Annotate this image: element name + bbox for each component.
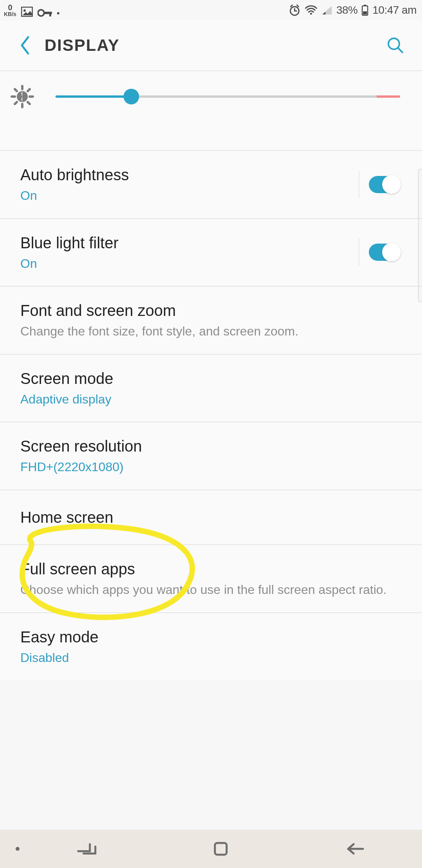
row-sub: Disabled (20, 650, 400, 666)
signal-icon (322, 5, 333, 15)
auto-brightness-toggle[interactable] (369, 176, 400, 193)
nav-home-button[interactable] (154, 841, 288, 857)
picture-icon (21, 7, 33, 17)
row-screen-mode[interactable]: Screen mode Adaptive display (0, 354, 422, 422)
back-button[interactable] (7, 20, 42, 70)
nav-back-button[interactable] (288, 842, 422, 856)
toggle-separator (359, 239, 359, 266)
row-title: Screen mode (20, 369, 400, 388)
row-title: Full screen apps (20, 559, 400, 579)
slider-fill (55, 95, 131, 98)
svg-rect-9 (363, 11, 367, 14)
status-dot-icon (57, 12, 59, 14)
search-button[interactable] (384, 34, 407, 57)
recents-icon (77, 842, 97, 856)
spacer (0, 122, 422, 150)
svg-rect-4 (49, 12, 51, 16)
network-speed: 0 KB/s (4, 4, 16, 17)
row-title: Font and screen zoom (20, 301, 400, 320)
brightness-slider[interactable] (55, 89, 400, 104)
svg-point-2 (38, 10, 44, 16)
slider-thumb[interactable] (123, 89, 139, 104)
row-screen-resolution[interactable]: Screen resolution FHD+(868x422) (0, 421, 422, 490)
row-sub: Adaptive display (20, 391, 400, 408)
blue-light-toggle[interactable] (369, 244, 400, 261)
row-title: Screen resolution (20, 436, 400, 456)
scrollbar[interactable] (418, 169, 422, 302)
status-bar: 0 KB/s 38% 10:47 am (0, 0, 422, 20)
row-font-zoom[interactable]: Font and screen zoom Change the font siz… (0, 286, 422, 354)
alarm-icon (289, 4, 300, 16)
toggle-knob (382, 175, 401, 194)
clock-time: 10:47 am (372, 4, 417, 16)
search-icon (386, 36, 405, 55)
row-title: Easy mode (20, 627, 400, 647)
row-title: Home screen (20, 508, 400, 527)
row-sub: Change the font size, font style, and sc… (20, 323, 400, 340)
settings-list: Auto brightness On Blue light filter On … (0, 71, 422, 680)
wifi-icon (304, 5, 318, 15)
network-speed-value: 0 (8, 4, 12, 11)
brightness-row (0, 71, 422, 122)
status-left: 0 KB/s (4, 4, 59, 17)
brightness-icon (9, 83, 36, 110)
page-title: DISPLAY (42, 36, 384, 55)
row-text: Auto brightness On (20, 165, 349, 204)
battery-percent: 38% (336, 4, 358, 16)
status-right: 38% 10:47 am (289, 4, 417, 16)
slider-warn-zone (377, 95, 400, 98)
row-sub: Choose which apps you want to use in the… (20, 582, 400, 598)
row-sub: On (20, 188, 349, 204)
row-home-screen[interactable]: Home screen (0, 490, 422, 544)
row-easy-mode[interactable]: Easy mode Disabled (0, 612, 422, 680)
app-bar: DISPLAY (0, 20, 422, 71)
svg-point-6 (310, 13, 312, 15)
svg-point-1 (23, 9, 26, 12)
navigation-bar (0, 830, 422, 868)
nav-dot-icon (16, 847, 20, 851)
row-sub: FHD+(868x422) (20, 459, 400, 475)
row-title: Auto brightness (20, 165, 349, 185)
nav-recents-button[interactable] (20, 842, 154, 856)
chevron-left-icon (18, 35, 31, 56)
vpn-key-icon (38, 9, 52, 17)
back-icon (345, 842, 365, 856)
battery-icon (361, 4, 368, 16)
row-title: Blue light filter (20, 233, 349, 253)
row-blue-light-filter[interactable]: Blue light filter On (0, 218, 422, 286)
toggle-separator (359, 171, 359, 198)
row-full-screen-apps[interactable]: Full screen apps Choose which apps you w… (0, 544, 422, 612)
network-speed-unit: KB/s (4, 11, 16, 17)
row-sub: On (20, 256, 349, 272)
row-auto-brightness[interactable]: Auto brightness On (0, 150, 422, 218)
toggle-knob (382, 243, 401, 262)
home-icon (213, 841, 229, 857)
row-text: Blue light filter On (20, 233, 349, 272)
svg-rect-12 (215, 843, 227, 855)
svg-rect-8 (364, 5, 366, 6)
